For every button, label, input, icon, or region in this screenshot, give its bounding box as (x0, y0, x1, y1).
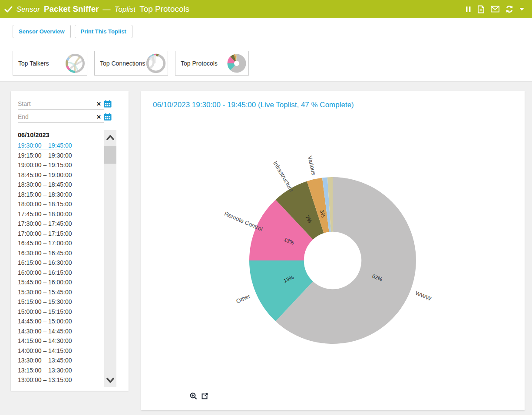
tab-top-talkers[interactable]: Top Talkers (13, 51, 87, 76)
tab-label: Top Protocols (181, 60, 226, 67)
interval-item[interactable]: 18:45:00 – 19:00:00 (18, 170, 100, 180)
interval-item[interactable]: 17:30:00 – 17:45:00 (18, 219, 100, 229)
interval-item[interactable]: 19:00:00 – 19:15:00 (18, 160, 100, 170)
pause-icon[interactable] (466, 6, 471, 13)
top-section: Sensor Overview Print This Toplist Top T… (0, 18, 532, 82)
interval-item[interactable]: 18:00:00 – 18:15:00 (18, 199, 100, 209)
interval-item[interactable]: 16:15:00 – 16:30:00 (18, 258, 100, 268)
interval-date-header: 06/10/2023 (18, 132, 50, 138)
end-date-input[interactable] (18, 113, 96, 120)
slice-label: Various (307, 155, 317, 176)
scrollbar-track[interactable] (104, 130, 116, 387)
toplist-chart-panel: 06/10/2023 19:30:00 - 19:45:00 (Live Top… (141, 91, 525, 410)
interval-item[interactable]: 17:45:00 – 18:00:00 (18, 209, 100, 219)
print-toplist-button[interactable]: Print This Toplist (75, 25, 132, 38)
slice-label: Other (235, 293, 251, 304)
app-header: Sensor Packet Sniffer — Toplist Top Prot… (0, 0, 532, 18)
interval-item[interactable]: 14:45:00 – 15:00:00 (18, 316, 100, 326)
add-report-icon[interactable] (477, 5, 485, 13)
tab-label: Top Connections (100, 60, 145, 67)
sensor-overview-button[interactable]: Sensor Overview (13, 25, 71, 38)
tab-top-protocols[interactable]: Top Protocols (175, 51, 249, 76)
interval-item[interactable]: 14:15:00 – 14:30:00 (18, 336, 100, 346)
scrollbar-thumb[interactable] (104, 146, 116, 164)
section-label: Toplist (115, 5, 136, 14)
header-separator: — (103, 5, 111, 14)
end-date-row: ✕ (18, 111, 104, 123)
start-date-row: ✕ (18, 98, 104, 110)
slice-label: WWW (414, 290, 432, 302)
interval-item[interactable]: 15:45:00 – 16:00:00 (18, 277, 100, 287)
clear-icon[interactable]: ✕ (96, 114, 101, 120)
tab-label: Top Talkers (18, 60, 65, 67)
interval-item[interactable]: 18:15:00 – 18:30:00 (18, 190, 100, 200)
check-icon (4, 6, 13, 13)
interval-item[interactable]: 16:00:00 – 16:15:00 (18, 268, 100, 278)
slice-label: Remote Control (223, 210, 264, 232)
interval-item[interactable]: 14:00:00 – 14:15:00 (18, 346, 100, 356)
interval-item[interactable]: 13:30:00 – 13:45:00 (18, 356, 100, 366)
zoom-in-icon[interactable] (190, 392, 197, 400)
chevron-up-icon[interactable] (104, 132, 116, 142)
interval-item[interactable]: 19:30:00 – 19:45:00 (18, 141, 100, 151)
donut-chart-icon (226, 53, 247, 74)
calendar-icon[interactable] (104, 100, 112, 108)
email-icon[interactable] (491, 6, 499, 13)
slice-label: Infrastructure (272, 160, 295, 193)
start-date-input[interactable] (18, 100, 96, 107)
interval-item[interactable]: 13:00:00 – 13:15:00 (18, 375, 100, 385)
interval-item[interactable]: 18:30:00 – 18:45:00 (18, 180, 100, 190)
tab-top-connections[interactable]: Top Connections (94, 51, 168, 76)
page-title: Top Protocols (139, 4, 189, 14)
interval-item[interactable]: 15:00:00 – 15:15:00 (18, 307, 100, 317)
divider (0, 45, 532, 45)
sensor-name[interactable]: Packet Sniffer (44, 4, 99, 14)
chord-diagram-icon (145, 53, 166, 74)
interval-item[interactable]: 13:15:00 – 13:30:00 (18, 366, 100, 375)
interval-list: 19:30:00 – 19:45:0019:15:00 – 19:30:0019… (18, 141, 100, 385)
clear-icon[interactable]: ✕ (96, 101, 101, 107)
caret-down-icon[interactable] (519, 8, 524, 11)
interval-item[interactable]: 15:30:00 – 15:45:00 (18, 287, 100, 297)
refresh-icon[interactable] (505, 5, 514, 13)
open-external-icon[interactable] (201, 392, 208, 400)
chord-diagram-icon (65, 53, 86, 74)
interval-item[interactable]: 17:00:00 – 17:15:00 (18, 229, 100, 239)
protocols-donut-chart: 62%WWW13%Other13%Remote Control7%Infrast… (141, 113, 525, 391)
chart-title: 06/10/2023 19:30:00 - 19:45:00 (Live Top… (153, 101, 354, 109)
object-type-label: Sensor (17, 5, 40, 14)
toplist-filter-panel: ✕ ✕ 06/10/2023 19:30:00 – 19:45:0019:15:… (11, 91, 129, 391)
interval-item[interactable]: 15:15:00 – 15:30:00 (18, 297, 100, 307)
calendar-icon[interactable] (104, 113, 112, 121)
interval-item[interactable]: 16:45:00 – 17:00:00 (18, 238, 100, 248)
interval-item[interactable]: 16:30:00 – 16:45:00 (18, 248, 100, 258)
chevron-down-icon[interactable] (104, 375, 116, 385)
interval-item[interactable]: 19:15:00 – 19:30:00 (18, 151, 100, 161)
interval-item[interactable]: 14:30:00 – 14:45:00 (18, 326, 100, 336)
